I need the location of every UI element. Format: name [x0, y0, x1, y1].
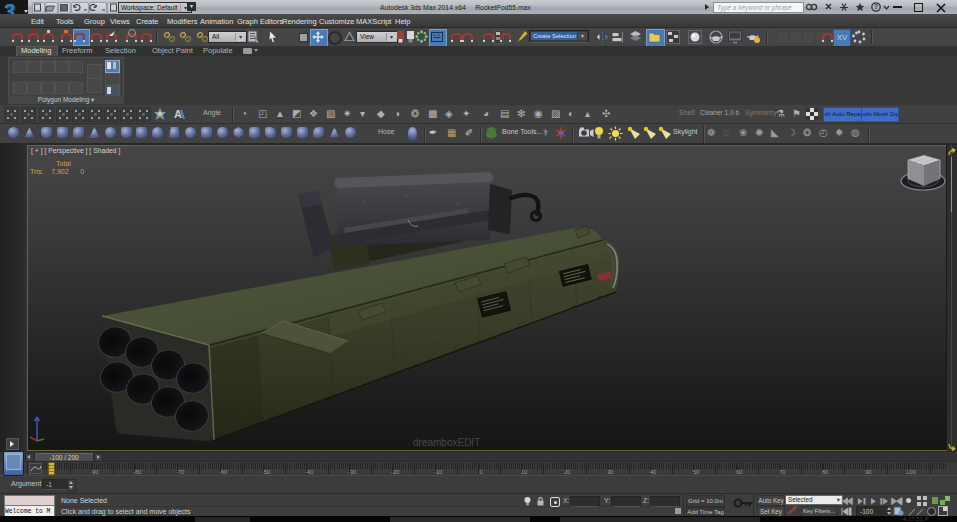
svg-text:A: A [174, 108, 182, 120]
svg-text:dreamboxEDIT: dreamboxEDIT [413, 437, 480, 448]
svg-text:?: ? [874, 3, 878, 10]
